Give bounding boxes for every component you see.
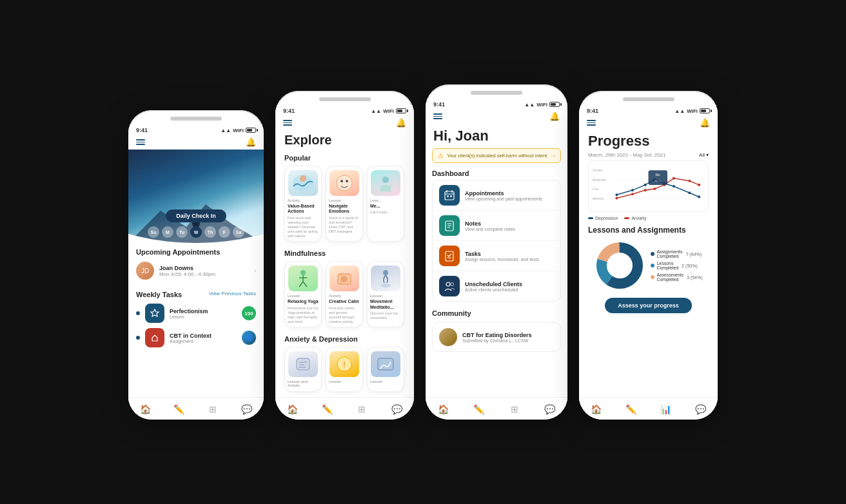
day-th[interactable]: Th <box>204 226 216 238</box>
card-yoga[interactable]: Lesson Relaxing Yoga Restorative and Yin… <box>284 261 322 327</box>
day-f[interactable]: F <box>219 226 230 238</box>
patient-name: Joan Downs <box>159 265 249 271</box>
dash-appointments[interactable]: Appointments View upcoming and past appo… <box>433 180 560 211</box>
hamburger-icon-3[interactable] <box>433 113 442 119</box>
hamburger-icon-1[interactable] <box>136 139 145 145</box>
tasks-dash-title: Tasks <box>465 251 554 257</box>
day-su[interactable]: Su <box>148 226 159 238</box>
hamburger-icon-2[interactable] <box>283 120 292 126</box>
nav2-chat[interactable]: 💬 <box>389 402 404 407</box>
hamburger-icon-4[interactable] <box>587 120 596 126</box>
bell-icon-2[interactable]: 🔔 <box>396 118 406 128</box>
bell-icon-3[interactable]: 🔔 <box>549 111 560 121</box>
chart-legend: Depression Anxiety <box>579 216 718 224</box>
day-tu[interactable]: Tu <box>176 226 188 238</box>
community-item[interactable]: CBT for Eating Disorders Submitted by Ch… <box>432 322 561 352</box>
status-time-4: 9:41 <box>587 108 598 114</box>
view-previous-link[interactable]: View Previous Tasks <box>209 291 256 296</box>
svg-point-7 <box>340 180 343 182</box>
task-bullet <box>136 311 140 315</box>
days-row: Su M Tu W Th F Sa <box>148 226 244 238</box>
card-tag-1: Activity <box>288 199 319 202</box>
phone-1: 9:41 ▲▲ WiFi 🔔 <box>128 110 264 420</box>
nav3-pencil[interactable]: ✏️ <box>471 402 487 407</box>
svg-point-55 <box>644 189 647 191</box>
card-emotions[interactable]: Lesson Navigate Emotions Stuck in a spir… <box>326 166 363 242</box>
donut-assignments-val: 7 (64%) <box>686 252 702 257</box>
card-tag-a1: Lesson and Activity <box>288 380 319 387</box>
warning-banner[interactable]: ⚠ Your client(s) indicated self-harm wit… <box>432 148 561 163</box>
donut-lessons-label: LessonsCompleted <box>656 261 678 270</box>
donut-assessments: AssessmentsCompleted 3 (54%) <box>651 273 702 282</box>
bell-icon-4[interactable]: 🔔 <box>700 118 710 128</box>
battery-icon-1 <box>246 128 256 133</box>
nav-grid[interactable]: ⊞ <box>205 402 221 407</box>
card-value-based[interactable]: Activity Value-Based Actions Feel stuck … <box>284 166 322 242</box>
task-cbt[interactable]: CBT in Context Assignment 🌀 <box>128 325 264 350</box>
unscheduled-dash-title: Unscheduled Clients <box>465 281 554 287</box>
community-avatar <box>439 328 457 346</box>
task-badge-1: 100 <box>242 306 256 320</box>
nav-home[interactable]: 🏠 <box>137 402 153 407</box>
card-creative[interactable]: Activity Creative Calm Find your center … <box>326 261 363 327</box>
card-anxiety-3[interactable]: Lesson <box>367 347 404 392</box>
svg-point-5 <box>300 175 306 182</box>
card-anxiety-1[interactable]: Lesson and Activity <box>284 347 322 392</box>
popular-section-title: Popular <box>275 151 414 166</box>
day-sa[interactable]: Sa <box>233 226 244 238</box>
dash-notes[interactable]: Notes View and complete notes <box>433 211 560 241</box>
svg-text:!: ! <box>343 360 345 369</box>
svg-point-9 <box>382 177 389 183</box>
dash-tasks[interactable]: Tasks Assign lessons, homework, and test… <box>433 241 560 271</box>
unscheduled-dash-sub: Active clients unscheduled <box>465 287 554 292</box>
nav-pencil[interactable]: ✏️ <box>172 402 187 407</box>
svg-point-12 <box>341 276 348 282</box>
card-meditation[interactable]: Less... Me... Can't track... <box>367 166 404 242</box>
nav3-grid[interactable]: ⊞ <box>507 402 522 407</box>
card-anxiety-2[interactable]: ! Lesson <box>326 347 363 392</box>
nav4-pencil[interactable]: ✏️ <box>624 402 639 407</box>
svg-point-8 <box>346 180 348 182</box>
day-w[interactable]: W <box>190 226 202 238</box>
svg-marker-3 <box>151 309 159 316</box>
nav2-grid[interactable]: ⊞ <box>354 402 369 407</box>
donut-lessons: LessonsCompleted 2 (50%) <box>651 261 702 270</box>
svg-text:Mar: Mar <box>655 173 660 177</box>
bell-icon-1[interactable]: 🔔 <box>246 137 256 147</box>
card-icon-anxiety1 <box>288 351 318 377</box>
card-tag-yoga: Lesson <box>288 294 319 298</box>
card-icon-anxiety3 <box>371 351 400 377</box>
donut-svg <box>594 240 645 291</box>
status-bar-3: 9:41 ▲▲ WiFi <box>426 99 567 109</box>
notes-icon <box>439 215 460 236</box>
day-m[interactable]: M <box>162 226 173 238</box>
filter-dropdown[interactable]: All ▾ <box>699 152 709 158</box>
dash-unscheduled[interactable]: Unscheduled Clients Active clients unsch… <box>433 271 560 301</box>
anxiety-cards: Lesson and Activity ! Lesson <box>275 347 414 397</box>
nav4-chat[interactable]: 💬 <box>693 402 708 407</box>
svg-point-45 <box>615 193 618 196</box>
nav4-chart[interactable]: 📊 <box>658 402 673 407</box>
assess-button[interactable]: Assess your progress <box>605 298 692 313</box>
card-desc-creative: Find your center and ground yourself thr… <box>329 306 360 325</box>
nav2-explore[interactable]: ✏️ <box>320 402 335 407</box>
card-title-creative: Creative Calm <box>329 299 360 304</box>
date-range-row: March, 29th 2021 - May 3rd, 2021 All ▾ <box>579 152 718 160</box>
nav-chat[interactable]: 💬 <box>239 402 255 407</box>
daily-checkin-button[interactable]: Daily Check In <box>166 209 226 222</box>
progress-title: Progress <box>579 130 718 152</box>
community-item-title: CBT for Eating Disorders <box>462 332 554 338</box>
svg-point-35 <box>446 282 450 286</box>
svg-text:Minimal: Minimal <box>593 196 604 200</box>
hero-image: Daily Check In Su M Tu W Th F Sa <box>128 150 264 243</box>
task-perfectionism[interactable]: Perfectionism Lesson 100 <box>128 301 264 325</box>
nav3-chat[interactable]: 💬 <box>542 402 558 407</box>
svg-point-46 <box>631 189 634 191</box>
card-movement[interactable]: Lesson Movement Meditatio... Discover yo… <box>367 261 404 327</box>
nav4-home[interactable]: 🏠 <box>589 402 604 407</box>
status-bar-1: 9:41 ▲▲ WiFi <box>128 124 264 135</box>
nav3-home[interactable]: 🏠 <box>436 402 451 407</box>
nav2-home[interactable]: 🏠 <box>285 402 300 407</box>
explore-title: Explore <box>275 130 414 151</box>
appointment-item[interactable]: JD Joan Downs Mon 4/29, 4:00 - 4:30pm › <box>128 258 264 283</box>
